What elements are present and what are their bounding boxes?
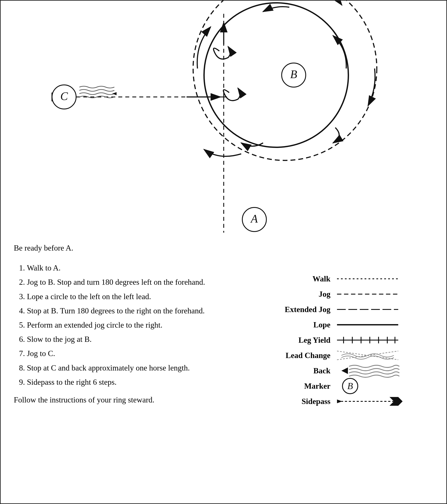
legend-label-lope: Lope (276, 320, 337, 329)
legend-row-walk: Walk (276, 274, 429, 283)
instruction-step-3: Lope a circle to the left on the left le… (27, 290, 211, 303)
instruction-step-4: Stop at B. Turn 180 degrees to the right… (27, 304, 211, 318)
svg-marker-40 (390, 397, 403, 406)
svg-marker-35 (341, 367, 348, 374)
legend-label-walk: Walk (276, 274, 337, 283)
instruction-step-6: Slow to the jog at B. (27, 333, 211, 346)
legend-symbol-extended-jog (337, 305, 429, 314)
svg-marker-18 (112, 92, 117, 95)
instruction-step-9: Sidepass to the right 6 steps. (27, 376, 211, 389)
instruction-intro: Be ready before A. (14, 241, 211, 255)
legend-area: Walk Jog Extended Jog Lope (276, 274, 429, 412)
instruction-step-5: Perform an extended jog circle to the ri… (27, 318, 211, 332)
legend-label-leg-yield: Leg Yield (276, 336, 337, 345)
legend-symbol-jog (337, 290, 429, 299)
legend-label-lead-change: Lead Change (276, 351, 337, 360)
legend-symbol-leg-yield (337, 336, 429, 344)
instruction-step-1: Walk to A. (27, 261, 211, 275)
legend-label-marker: Marker (276, 381, 337, 391)
legend-row-jog: Jog (276, 289, 429, 299)
legend-label-back: Back (276, 366, 337, 375)
legend-label-sidepass: Sidepass (276, 397, 337, 406)
instruction-step-2: Jog to B. Stop and turn 180 degrees left… (27, 275, 211, 289)
svg-text:C: C (60, 90, 68, 102)
legend-label-extended-jog: Extended Jog (276, 305, 337, 314)
legend-row-leg-yield: Leg Yield (276, 336, 429, 345)
svg-text:B: B (290, 68, 297, 81)
instruction-step-8: Stop at C and back approximately one hor… (27, 361, 211, 375)
legend-symbol-marker: B (337, 382, 429, 390)
legend-label-jog: Jog (276, 289, 337, 299)
follow-line: Follow the instructions of your ring ste… (14, 393, 211, 407)
legend-row-lead-change: Lead Change (276, 351, 429, 360)
legend-row-sidepass: Sidepass (276, 397, 429, 406)
legend-symbol-lead-change (337, 351, 429, 360)
legend-symbol-back (337, 366, 429, 375)
legend-symbol-lope (337, 320, 429, 329)
svg-text:B: B (347, 381, 353, 391)
legend-row-back: Back (276, 366, 429, 375)
instructions-area: Be ready before A. Walk to A.Jog to B. S… (14, 241, 211, 407)
legend-symbol-sidepass (337, 397, 429, 406)
legend-row-lope: Lope (276, 320, 429, 329)
svg-text:A: A (250, 213, 258, 225)
svg-point-9 (204, 3, 348, 147)
instruction-step-7: Jog to C. (27, 347, 211, 360)
legend-row-marker: Marker B (276, 381, 429, 391)
legend-row-extended-jog: Extended Jog (276, 305, 429, 314)
legend-symbol-walk (337, 274, 429, 283)
instruction-list: Walk to A.Jog to B. Stop and turn 180 de… (14, 261, 211, 389)
